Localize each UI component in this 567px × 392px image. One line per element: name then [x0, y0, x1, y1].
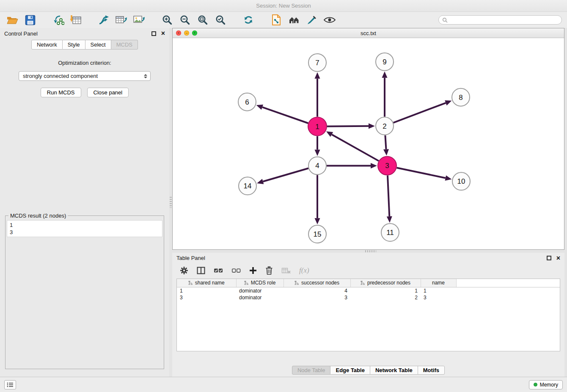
- import-table-button[interactable]: [69, 13, 83, 27]
- table-row[interactable]: 3 dominator 3 2 3: [177, 294, 560, 301]
- cell-name[interactable]: 1: [421, 287, 456, 294]
- apply-style-button[interactable]: [305, 13, 319, 27]
- tab-edge-table[interactable]: Edge Table: [330, 366, 370, 375]
- node-label-3: 3: [385, 162, 389, 170]
- control-panel-close-icon[interactable]: ×: [161, 30, 165, 37]
- delete-table-button[interactable]: [281, 267, 291, 274]
- zoom-fit-button[interactable]: [195, 13, 210, 27]
- mcds-result-line: 1: [10, 221, 160, 229]
- function-builder-button[interactable]: f(x): [299, 266, 309, 275]
- column-header-shared-name[interactable]: shared name: [177, 279, 236, 287]
- table-panel-close-icon[interactable]: ×: [556, 255, 560, 262]
- image-arrow-icon: [133, 14, 146, 25]
- table-settings-button[interactable]: [180, 266, 188, 275]
- tab-select[interactable]: Select: [85, 40, 111, 50]
- node-4[interactable]: 4: [308, 157, 326, 174]
- delete-column-button[interactable]: [265, 266, 273, 275]
- list-icon: [7, 382, 14, 387]
- titlebar[interactable]: Session: New Session: [0, 0, 567, 12]
- edge-3-1[interactable]: [332, 135, 379, 161]
- deselect-all-columns-button[interactable]: [231, 267, 241, 274]
- column-header-name[interactable]: name: [421, 279, 456, 287]
- cell-predecessor-nodes[interactable]: 2: [350, 294, 421, 301]
- panel-splitter[interactable]: [169, 28, 172, 377]
- gear-icon: [180, 266, 188, 275]
- column-type-icon: [188, 281, 193, 285]
- run-mcds-button[interactable]: Run MCDS: [41, 88, 81, 97]
- edge-4-14[interactable]: [263, 168, 308, 181]
- node-9[interactable]: 9: [376, 53, 394, 71]
- table-row[interactable]: 1 dominator 4 1 1: [177, 287, 560, 294]
- select-all-columns-button[interactable]: [214, 267, 223, 274]
- network-canvas[interactable]: 7968124314101511: [173, 38, 564, 249]
- home-view-button[interactable]: [287, 13, 301, 27]
- new-network-button[interactable]: [96, 13, 111, 27]
- node-8[interactable]: 8: [452, 88, 470, 106]
- tab-network[interactable]: Network: [31, 40, 63, 50]
- edge-2-8[interactable]: [394, 103, 446, 123]
- tab-motifs[interactable]: Motifs: [418, 366, 445, 375]
- mcds-result-list[interactable]: 1 3: [7, 220, 162, 237]
- edge-3-10[interactable]: [397, 168, 446, 178]
- save-session-button[interactable]: [23, 13, 37, 27]
- cell-successor-nodes[interactable]: 3: [284, 294, 350, 301]
- cell-shared-name[interactable]: 1: [177, 287, 236, 294]
- node-1[interactable]: 1: [308, 117, 327, 136]
- cell-predecessor-nodes[interactable]: 1: [350, 287, 421, 294]
- table-splitter[interactable]: [172, 250, 564, 253]
- zoom-window-icon[interactable]: +: [192, 30, 197, 36]
- column-header-predecessor-nodes[interactable]: predecessor nodes: [350, 279, 421, 287]
- edge-1-2[interactable]: [327, 126, 369, 127]
- document-share-icon: [271, 14, 281, 26]
- tab-style[interactable]: Style: [63, 40, 85, 50]
- edge-1-6[interactable]: [262, 107, 308, 123]
- edge-3-11[interactable]: [388, 175, 389, 216]
- minimize-window-icon[interactable]: –: [184, 30, 189, 36]
- import-network-button[interactable]: [51, 13, 65, 27]
- edge-2-3[interactable]: [385, 135, 386, 149]
- zoom-out-button[interactable]: [178, 13, 192, 27]
- cell-shared-name[interactable]: 3: [177, 294, 236, 301]
- search-input[interactable]: [450, 17, 558, 23]
- cell-mcds-role[interactable]: dominator: [236, 287, 284, 294]
- search-box[interactable]: [438, 15, 562, 25]
- split-columns-button[interactable]: [197, 267, 205, 274]
- memory-button[interactable]: Memory: [529, 380, 563, 389]
- refresh-layout-button[interactable]: [241, 13, 256, 27]
- add-column-button[interactable]: [249, 267, 257, 274]
- tab-network-table[interactable]: Network Table: [370, 366, 418, 375]
- node-table-container: shared name MCDS role successor nodes: [176, 279, 560, 351]
- column-header-mcds-role[interactable]: MCDS role: [236, 279, 284, 287]
- node-6[interactable]: 6: [238, 93, 256, 111]
- zoom-in-icon: [162, 14, 173, 25]
- task-history-button[interactable]: [4, 380, 16, 389]
- zoom-in-button[interactable]: [160, 13, 174, 27]
- cell-mcds-role[interactable]: dominator: [236, 294, 284, 301]
- node-label-9: 9: [383, 58, 386, 66]
- save-floppy-icon: [25, 15, 36, 25]
- node-11[interactable]: 11: [381, 224, 399, 241]
- table-panel-float-icon[interactable]: [547, 256, 551, 260]
- cell-name[interactable]: 3: [421, 294, 456, 301]
- show-graphics-details-button[interactable]: [322, 13, 337, 27]
- close-panel-button[interactable]: Close panel: [87, 88, 129, 97]
- optimization-criterion-select[interactable]: strongly connected component: [19, 71, 151, 81]
- tab-mcds[interactable]: MCDS: [111, 40, 138, 50]
- node-2[interactable]: 2: [376, 117, 394, 135]
- new-network-from-table-button[interactable]: [114, 13, 129, 27]
- clone-network-button[interactable]: [269, 13, 284, 27]
- node-3[interactable]: 3: [378, 156, 396, 175]
- tab-node-table[interactable]: Node Table: [292, 366, 331, 375]
- column-header-successor-nodes[interactable]: successor nodes: [284, 279, 350, 287]
- node-7[interactable]: 7: [308, 54, 326, 72]
- network-window-titlebar[interactable]: scc.txt × – +: [173, 28, 564, 38]
- control-panel-float-icon[interactable]: [151, 31, 156, 36]
- node-15[interactable]: 15: [308, 225, 326, 243]
- node-14[interactable]: 14: [239, 177, 256, 195]
- open-file-button[interactable]: [5, 13, 19, 27]
- export-image-button[interactable]: [132, 13, 146, 27]
- zoom-selected-button[interactable]: [213, 13, 228, 27]
- close-window-icon[interactable]: ×: [176, 30, 181, 36]
- cell-successor-nodes[interactable]: 4: [284, 287, 350, 294]
- node-10[interactable]: 10: [452, 172, 470, 190]
